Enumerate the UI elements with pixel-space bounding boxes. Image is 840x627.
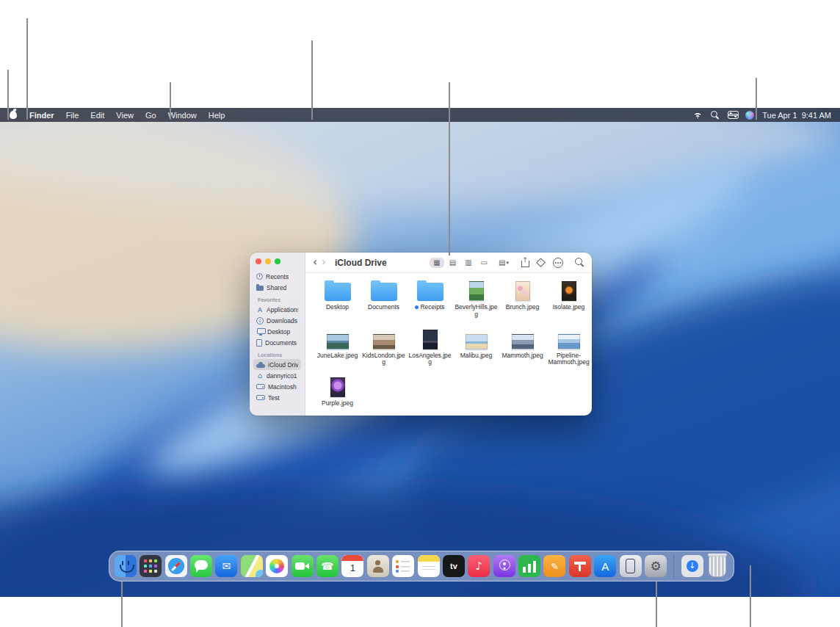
photos-icon	[266, 555, 288, 577]
file-item-documents[interactable]: Documents	[361, 279, 407, 319]
more-actions-button[interactable]	[553, 258, 563, 268]
hard-drive-icon	[256, 395, 265, 400]
callout-line-status-menus	[756, 78, 757, 120]
minimize-button[interactable]	[265, 258, 271, 264]
spotlight-icon[interactable]	[711, 111, 720, 120]
dock-item-safari[interactable]	[165, 555, 187, 577]
file-item-beverlyhills[interactable]: BeverlyHills.jpeg	[453, 279, 499, 319]
menu-bar-menus: Finder File Edit View Go Window Help	[0, 111, 231, 120]
dock-item-notes[interactable]	[418, 555, 440, 577]
app-menu-finder[interactable]: Finder	[23, 111, 60, 120]
menu-file[interactable]: File	[60, 111, 85, 120]
dock-item-iphone-mirroring[interactable]	[620, 555, 642, 577]
forward-button[interactable]: ›	[322, 257, 326, 268]
downloads-stack-icon	[681, 555, 703, 577]
sidebar-item-home[interactable]: dannyrico1	[253, 370, 301, 381]
sidebar-item-icloud-drive[interactable]: iCloud Drive	[253, 359, 301, 370]
list-view-button[interactable]: ▤	[446, 258, 460, 268]
close-button[interactable]	[256, 258, 261, 264]
menu-help[interactable]: Help	[203, 111, 231, 120]
dock-item-launchpad[interactable]	[140, 555, 162, 577]
image-thumbnail	[515, 281, 530, 301]
dock-item-pages[interactable]	[543, 555, 565, 577]
file-item-receipts[interactable]: Receipts	[407, 279, 453, 319]
sidebar-label: dannyrico1	[267, 372, 297, 380]
applications-icon	[256, 306, 264, 314]
figure: Finder File Edit View Go Window Help Tue…	[0, 0, 840, 627]
dock-item-music[interactable]	[468, 555, 490, 577]
dock-item-podcasts[interactable]	[493, 555, 515, 577]
sidebar-label: iCloud Drive	[268, 361, 298, 369]
desktop[interactable]: Finder File Edit View Go Window Help Tue…	[0, 108, 840, 597]
menu-bar-clock[interactable]: Tue Apr 1 9:41 AM	[762, 111, 831, 120]
file-name: JuneLake.jpeg	[316, 352, 360, 360]
dock-item-reminders[interactable]	[392, 555, 414, 577]
tag-button[interactable]	[536, 258, 546, 267]
file-item-malibu[interactable]: Malibu.jpeg	[453, 327, 499, 367]
sidebar-section-favorites: Favorites	[250, 297, 305, 304]
dock-item-facetime[interactable]	[292, 555, 314, 577]
file-item-isolate[interactable]: Isolate.jpeg	[546, 279, 592, 319]
menu-bar: Finder File Edit View Go Window Help Tue…	[0, 108, 840, 122]
menu-edit[interactable]: Edit	[84, 111, 110, 120]
dock-item-tv[interactable]	[443, 555, 465, 577]
file-item-kidslondon[interactable]: KidsLondon.jpeg	[361, 327, 407, 367]
dock-item-messages[interactable]	[190, 555, 212, 577]
group-by-button[interactable]: ▤▾	[499, 258, 509, 267]
file-name: Purple.jpeg	[316, 400, 360, 407]
file-item-pipeline-mammoth[interactable]: Pipeline-Mammoth.jpeg	[546, 327, 592, 367]
dock-item-numbers[interactable]	[518, 555, 540, 577]
folder-icon	[417, 283, 443, 301]
dock-item-finder[interactable]	[115, 555, 137, 577]
dock-item-mail[interactable]	[215, 555, 237, 577]
sidebar-item-macintosh-hd[interactable]: Macintosh HD	[253, 381, 301, 392]
sidebar-item-shared[interactable]: Shared	[253, 282, 301, 293]
dock-item-maps[interactable]	[241, 555, 263, 577]
dock-item-keynote[interactable]	[569, 555, 591, 577]
sidebar-label: Applications	[267, 306, 298, 314]
wifi-icon[interactable]	[692, 112, 703, 119]
sidebar-item-recents[interactable]: Recents	[253, 271, 301, 282]
icon-view-button[interactable]: ▦	[430, 258, 443, 268]
dock-item-photos[interactable]	[266, 555, 288, 577]
share-button[interactable]	[521, 258, 529, 267]
calendar-icon: 1	[341, 555, 363, 577]
column-view-button[interactable]: ▥	[461, 258, 475, 268]
gallery-view-button[interactable]: ▭	[477, 258, 491, 268]
dock-item-trash[interactable]	[706, 555, 728, 577]
dock-item-downloads[interactable]	[681, 555, 703, 577]
view-switcher: ▦ ▤ ▥ ▭	[430, 258, 491, 268]
menu-view[interactable]: View	[110, 111, 140, 120]
sidebar-item-downloads[interactable]: Downloads	[253, 315, 301, 326]
file-item-losangeles[interactable]: LosAngeles.jpeg	[407, 327, 453, 367]
pages-icon	[543, 555, 565, 577]
dock-item-contacts[interactable]	[367, 555, 389, 577]
search-button[interactable]	[575, 258, 584, 267]
back-button[interactable]: ‹	[313, 257, 317, 268]
file-item-desktop[interactable]: Desktop	[314, 279, 361, 319]
sidebar-label: Shared	[267, 284, 286, 291]
sidebar-item-desktop[interactable]: Desktop	[253, 326, 301, 337]
file-item-purple[interactable]: Purple.jpeg	[314, 375, 361, 407]
window-controls	[250, 258, 305, 264]
control-center-icon[interactable]	[728, 111, 737, 119]
sidebar-item-documents[interactable]: Documents	[253, 337, 301, 348]
dock-item-system-settings[interactable]	[645, 555, 667, 577]
file-item-brunch[interactable]: Brunch.jpeg	[499, 279, 546, 319]
dock-item-calendar[interactable]: 1	[341, 555, 363, 577]
apple-menu[interactable]	[3, 111, 23, 119]
desktop-icon	[256, 328, 264, 336]
image-thumbnail	[562, 281, 576, 301]
menu-go[interactable]: Go	[140, 111, 162, 120]
sidebar-item-test[interactable]: Test	[253, 392, 301, 403]
callout-line-dock-finder	[121, 581, 123, 627]
dock-item-appstore[interactable]	[594, 555, 616, 577]
zoom-button[interactable]	[275, 258, 280, 264]
siri-icon[interactable]	[745, 111, 754, 120]
menu-window[interactable]: Window	[162, 111, 203, 120]
callout-line-app-menu	[26, 18, 28, 120]
file-item-mammoth[interactable]: Mammoth.jpeg	[499, 327, 546, 367]
dock-item-phone[interactable]	[316, 555, 338, 577]
file-item-junelake[interactable]: JuneLake.jpeg	[314, 327, 361, 367]
sidebar-item-applications[interactable]: Applications	[253, 304, 301, 315]
